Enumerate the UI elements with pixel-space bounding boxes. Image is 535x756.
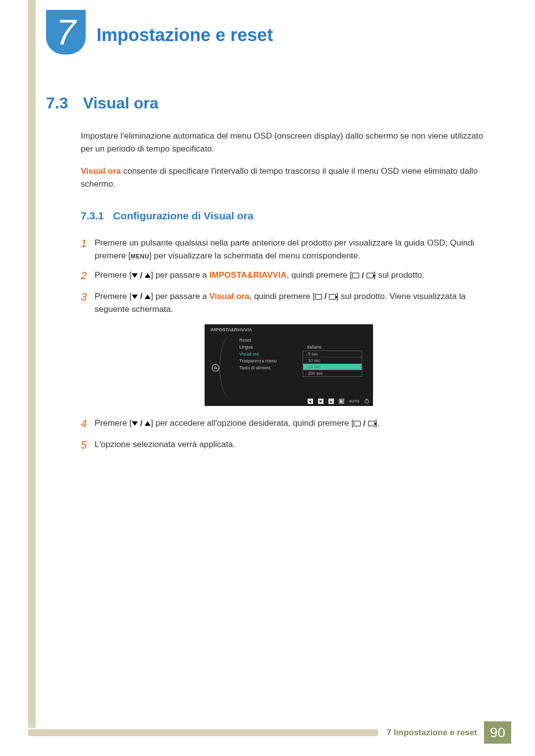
step-text: Premere [/] per passare a IMPOSTA&RIAVVI… — [95, 269, 497, 282]
osd-item: Lingua — [239, 344, 299, 351]
section-title: Visual ora — [83, 94, 158, 112]
subsection-number: 7.3.1 — [81, 210, 104, 221]
step-number: 4 — [81, 417, 95, 431]
chapter-number: 7 — [56, 12, 76, 52]
auto-label: AUTO — [349, 400, 360, 403]
section-number: 7.3 — [46, 94, 81, 112]
osd-option-selected: : 20 sec — [303, 364, 362, 370]
step-number: 2 — [81, 269, 95, 283]
intro2-bold: Visual ora — [81, 166, 121, 176]
select-icon: / — [354, 417, 375, 430]
footer-label: 7 Impostazione e reset — [387, 728, 477, 738]
osd-option: : 10 sec — [303, 357, 362, 364]
intro-paragraph-2: Visual ora consente di specificare l'int… — [81, 165, 497, 190]
step-number: 1 — [81, 237, 95, 251]
osd-footer: AUTO — [308, 399, 369, 404]
page-footer: 7 Impostazione e reset 90 — [28, 721, 511, 744]
osd-values: : Italiano : 5 sec : 10 sec : 20 sec : 2… — [303, 337, 362, 377]
content: 7.3 Visual ora Impostare l'eliminazione … — [46, 94, 497, 459]
step-text: Premere [/] per passare a Visual ora, qu… — [95, 290, 497, 316]
chapter-title: Impostazione e reset — [97, 25, 273, 46]
osd-menu-list: Reset Lingua Visual ora Trasparenza menu… — [239, 337, 299, 371]
intro2-rest: consente di specificare l'intervallo di … — [81, 166, 478, 189]
step-2: 2 Premere [/] per passare a IMPOSTA&RIAV… — [81, 269, 497, 283]
up-icon — [328, 399, 334, 404]
right-icon — [339, 399, 344, 404]
gear-icon — [212, 364, 219, 372]
down-up-icon: / — [132, 269, 151, 282]
step-4: 4 Premere [/] per accedere all'opzione d… — [81, 417, 497, 431]
osd-options: : 5 sec : 10 sec : 20 sec : 200 sec — [303, 351, 362, 377]
osd-item-active: Visual ora — [239, 351, 299, 357]
step-number: 5 — [81, 438, 95, 453]
step-number: 3 — [81, 290, 95, 304]
left-icon — [308, 399, 313, 404]
subsection-title: Configurazione di Visual ora — [113, 210, 253, 221]
osd-title: IMPOSTA&RIAVVIA — [211, 327, 252, 332]
down-up-icon: / — [132, 290, 151, 303]
down-icon — [318, 399, 323, 404]
select-icon: / — [315, 290, 336, 303]
step-3: 3 Premere [/] per passare a Visual ora, … — [81, 290, 497, 316]
osd-item: Trasparenza menu — [239, 357, 299, 364]
sidebar-stripe — [28, 0, 36, 728]
osd-option: : 200 sec — [303, 370, 362, 376]
footer-bar — [28, 729, 378, 736]
power-icon — [365, 399, 369, 403]
target-bold: Visual ora — [210, 292, 250, 301]
step-5: 5 L'opzione selezionata verrà applicata. — [81, 438, 497, 453]
step-text: L'opzione selezionata verrà applicata. — [95, 438, 497, 451]
select-icon: / — [352, 269, 374, 282]
down-up-icon: / — [132, 417, 151, 430]
page-number: 90 — [484, 721, 511, 744]
osd-item: Reset — [239, 337, 299, 344]
step-text: Premere [/] per accedere all'opzione des… — [95, 417, 497, 430]
osd-item: Tasto di aliment. — [239, 364, 299, 371]
osd-option: : 5 sec — [303, 351, 362, 357]
step-1: 1 Premere un pulsante qualsiasi nella pa… — [81, 237, 497, 262]
step-text: Premere un pulsante qualsiasi nella part… — [95, 237, 497, 262]
target-bold: IMPOSTA&RIAVVIA — [210, 270, 287, 280]
chapter-tab: 7 — [46, 10, 86, 54]
intro-paragraph-1: Impostare l'eliminazione automatica del … — [81, 130, 497, 155]
menu-key: MENU — [131, 253, 149, 260]
osd-screenshot: IMPOSTA&RIAVVIA Reset Lingua Visual ora … — [205, 324, 373, 406]
